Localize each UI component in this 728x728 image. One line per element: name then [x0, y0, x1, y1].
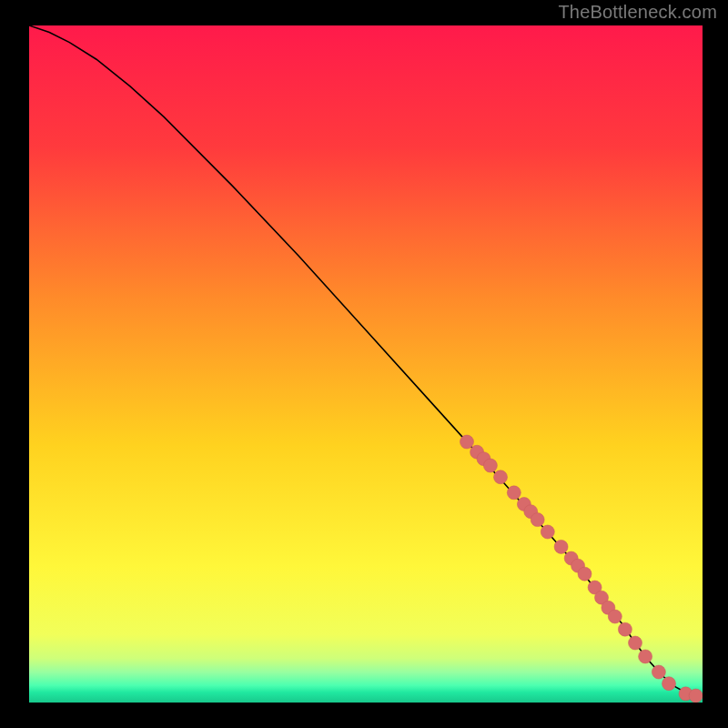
data-marker: [554, 540, 568, 553]
bottleneck-chart: [29, 25, 703, 703]
data-marker: [618, 622, 632, 636]
data-marker: [652, 665, 665, 679]
data-marker: [639, 650, 652, 663]
data-marker: [507, 486, 521, 500]
data-marker: [531, 513, 544, 527]
plot-area: [29, 25, 703, 703]
data-marker: [662, 677, 676, 691]
data-marker: [541, 525, 554, 539]
chart-stage: TheBottleneck.com: [0, 0, 728, 728]
data-marker: [494, 470, 508, 484]
attribution-text: TheBottleneck.com: [558, 2, 717, 23]
data-marker: [578, 567, 592, 581]
data-marker: [608, 610, 622, 623]
data-marker: [629, 636, 642, 650]
data-marker: [483, 459, 497, 472]
data-marker: [689, 689, 703, 703]
data-marker: [460, 435, 474, 449]
